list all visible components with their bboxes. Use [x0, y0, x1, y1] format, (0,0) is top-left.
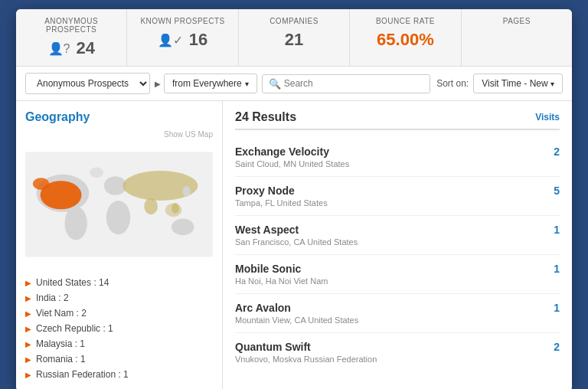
company-item[interactable]: Mobile Sonic Ha Noi, Ha Noi Viet Nam 1: [235, 255, 560, 294]
country-arrow-icon: ▶: [25, 371, 31, 379]
results-panel: 24 Results Visits Exchange Velocity Sain…: [223, 101, 572, 389]
world-map: [25, 143, 213, 266]
company-item[interactable]: Exchange Velocity Saint Cloud, MN United…: [235, 138, 560, 177]
filter-bar: Anonymous Prospects ▶ from Everywhere ▾ …: [16, 67, 572, 101]
stat-bounce-label: BOUNCE RATE: [359, 17, 451, 25]
stat-pages: PAGES: [462, 9, 572, 66]
country-item[interactable]: ▶ Czech Republic : 1: [25, 321, 213, 336]
country-item[interactable]: ▶ Russian Federation : 1: [25, 367, 213, 382]
company-visits: 5: [544, 185, 560, 197]
company-location: Vnukovo, Moskva Russian Federation: [235, 355, 377, 364]
stat-pages-label: PAGES: [471, 17, 563, 25]
company-location: San Francisco, CA United States: [235, 237, 358, 247]
from-filter: ▶ from Everywhere ▾: [155, 74, 257, 93]
company-location: Saint Cloud, MN United States: [235, 159, 349, 168]
from-arrow: ▶: [155, 80, 161, 88]
svg-point-8: [144, 198, 158, 215]
country-name: Malaysia : 1: [36, 338, 85, 349]
company-info: Quantum Swift Vnukovo, Moskva Russian Fe…: [235, 341, 377, 364]
company-item[interactable]: West Aspect San Francisco, CA United Sta…: [235, 216, 560, 255]
dropdown-chevron-icon: ▾: [245, 80, 249, 88]
geography-panel: Geography Show US Map: [16, 101, 223, 389]
svg-point-4: [64, 206, 87, 240]
country-arrow-icon: ▶: [25, 355, 31, 364]
country-name: Czech Republic : 1: [36, 323, 113, 334]
country-item[interactable]: ▶ Malaysia : 1: [25, 336, 213, 351]
stat-known-value: 16: [189, 30, 207, 50]
search-box: 🔍: [262, 74, 430, 93]
company-item[interactable]: Quantum Swift Vnukovo, Moskva Russian Fe…: [235, 333, 560, 371]
stat-companies: COMPANIES 21: [239, 9, 350, 66]
stat-known-prospects: KNOWN PROSPECTS 👤✓ 16: [127, 9, 238, 66]
sort-section: Sort on: Visit Time - New ▾: [436, 74, 563, 93]
main-card: ANONYMOUS PROSPECTS 👤? 24 KNOWN PROSPECT…: [16, 9, 572, 389]
company-info: Arc Avalon Mountain View, CA United Stat…: [235, 302, 358, 325]
world-map-svg: [25, 143, 213, 266]
stat-anonymous-label: ANONYMOUS PROSPECTS: [25, 17, 117, 34]
stats-bar: ANONYMOUS PROSPECTS 👤? 24 KNOWN PROSPECT…: [16, 9, 572, 67]
stat-companies-value: 21: [285, 30, 303, 50]
company-name: Arc Avalon: [235, 302, 358, 314]
country-arrow-icon: ▶: [25, 309, 31, 318]
visits-column-label: Visits: [535, 112, 560, 123]
company-name: Exchange Velocity: [235, 145, 349, 158]
country-name: Romania : 1: [36, 354, 86, 364]
prospect-type-dropdown[interactable]: Anonymous Prospects: [25, 73, 150, 94]
results-count: 24 Results: [235, 110, 296, 124]
svg-point-6: [106, 201, 130, 234]
show-us-map-link[interactable]: Show US Map: [25, 130, 213, 139]
company-name: Mobile Sonic: [235, 263, 328, 275]
company-visits: 1: [544, 302, 560, 314]
stat-bounce-rate: BOUNCE RATE 65.00%: [350, 9, 461, 66]
company-list: Exchange Velocity Saint Cloud, MN United…: [235, 138, 560, 371]
app-container: ANONYMOUS PROSPECTS 👤? 24 KNOWN PROSPECT…: [7, 0, 581, 389]
country-name: Russian Federation : 1: [36, 369, 129, 380]
stat-bounce-value: 65.00%: [377, 30, 434, 50]
country-arrow-icon: ▶: [25, 294, 31, 302]
company-info: Proxy Node Tampa, FL United States: [235, 185, 328, 208]
company-visits: 2: [544, 145, 560, 158]
country-list: ▶ United States : 14 ▶ India : 2 ▶ Viet …: [25, 275, 213, 382]
company-item[interactable]: Arc Avalon Mountain View, CA United Stat…: [235, 294, 560, 333]
stat-known-label: KNOWN PROSPECTS: [136, 17, 228, 25]
country-arrow-icon: ▶: [25, 340, 31, 348]
content-area: Geography Show US Map: [16, 101, 572, 389]
svg-point-12: [90, 167, 103, 178]
country-arrow-icon: ▶: [25, 279, 31, 287]
stat-companies-label: COMPANIES: [248, 17, 340, 25]
search-icon: 🔍: [269, 78, 281, 90]
country-item[interactable]: ▶ United States : 14: [25, 275, 213, 290]
company-visits: 2: [544, 341, 560, 353]
svg-point-10: [172, 203, 179, 214]
results-header: 24 Results Visits: [235, 110, 560, 130]
search-input[interactable]: [284, 78, 423, 89]
known-icon: 👤✓: [158, 33, 183, 47]
svg-point-11: [172, 219, 194, 236]
company-name: West Aspect: [235, 224, 358, 236]
company-visits: 1: [544, 224, 560, 236]
company-info: West Aspect San Francisco, CA United Sta…: [235, 224, 358, 247]
stat-anonymous-value: 24: [76, 38, 94, 58]
svg-point-3: [33, 178, 50, 190]
sort-chevron-icon: ▾: [550, 80, 554, 88]
sort-on-label: Sort on:: [436, 78, 469, 89]
company-item[interactable]: Proxy Node Tampa, FL United States 5: [235, 177, 560, 216]
company-name: Proxy Node: [235, 185, 328, 197]
company-info: Exchange Velocity Saint Cloud, MN United…: [235, 145, 349, 168]
country-name: United States : 14: [36, 277, 109, 288]
company-info: Mobile Sonic Ha Noi, Ha Noi Viet Nam: [235, 263, 328, 286]
company-location: Ha Noi, Ha Noi Viet Nam: [235, 276, 328, 286]
anonymous-icon: 👤?: [48, 41, 70, 56]
svg-point-13: [183, 186, 191, 197]
country-name: India : 2: [36, 293, 69, 303]
stat-anonymous-prospects: ANONYMOUS PROSPECTS 👤? 24: [16, 9, 127, 66]
company-location: Mountain View, CA United States: [235, 315, 358, 325]
company-visits: 1: [544, 263, 560, 275]
country-item[interactable]: ▶ Viet Nam : 2: [25, 306, 213, 321]
country-item[interactable]: ▶ Romania : 1: [25, 351, 213, 367]
from-everywhere-button[interactable]: from Everywhere ▾: [164, 74, 257, 93]
country-arrow-icon: ▶: [25, 325, 31, 333]
country-item[interactable]: ▶ India : 2: [25, 290, 213, 306]
country-name: Viet Nam : 2: [36, 308, 87, 319]
sort-dropdown[interactable]: Visit Time - New ▾: [473, 74, 563, 93]
